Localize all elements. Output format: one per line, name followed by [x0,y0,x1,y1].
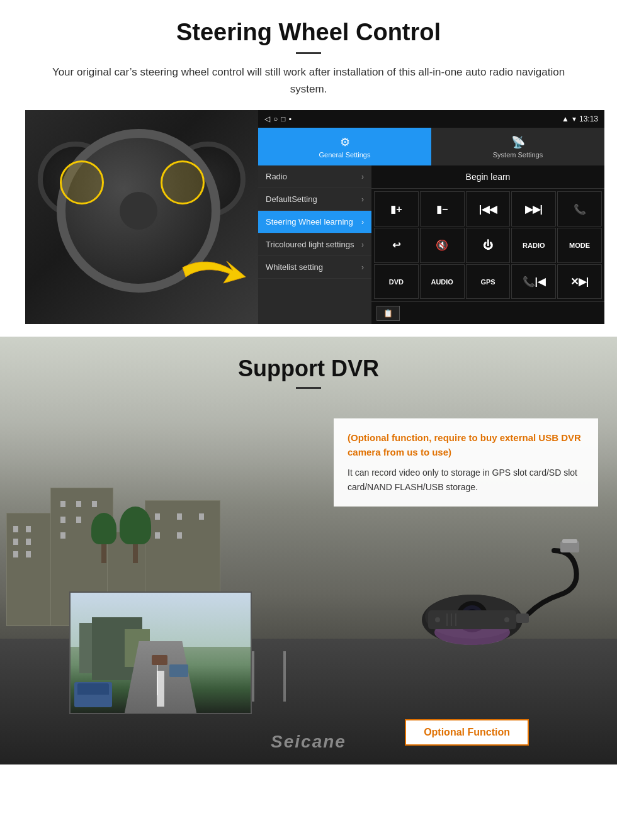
tab-general-settings[interactable]: ⚙ General Settings [258,128,431,165]
ctrl-btn-hangup[interactable]: ↩ [374,228,419,263]
dvr-camera-area [334,532,598,658]
android-content: Radio › DefaultSetting › Steering Wheel … [258,165,604,324]
optional-function-button[interactable]: Optional Function [405,719,529,746]
section1-subtitle: Your original car’s steering wheel contr… [50,64,567,98]
menu-item-whitelist[interactable]: Whitelist setting › [258,256,371,279]
window [92,501,97,507]
window [177,532,182,539]
tab-system-label: System Settings [493,151,543,159]
screenshot-container: ◁ ○ □ ▪ ▲ ▾ 13:13 ⚙ General Settings 📡 S… [25,110,604,324]
section1-container: Steering Wheel Control Your original car… [0,0,617,337]
settings-icon: ⚙ [340,135,350,149]
window [60,517,65,523]
chevron-icon-radio: › [361,172,364,181]
window [155,513,160,520]
section2-title: Support DVR [0,356,617,382]
svg-point-11 [504,617,509,622]
android-ui-panel: ◁ ○ □ ▪ ▲ ▾ 13:13 ⚙ General Settings 📡 S… [258,110,604,324]
ctrl-btn-vol-down[interactable]: ▮− [420,191,465,227]
window [13,551,18,557]
page-title: Steering Wheel Control [25,19,592,46]
road-line-2 [157,665,158,677]
dvr-small-screenshot [69,591,252,714]
ctrl-btn-mute-next[interactable]: ✕▶| [557,264,602,300]
menu-tricoloured-label: Tricoloured light settings [266,240,354,249]
window [155,532,160,539]
seicane-brand: Seicane [271,732,346,752]
svg-rect-8 [428,610,516,629]
tab-general-label: General Settings [319,151,371,159]
android-tabs: ⚙ General Settings 📡 System Settings [258,128,604,165]
dvr-info-card: (Optional function, require to buy exter… [334,418,598,507]
highlight-circle-left [60,160,104,204]
ctrl-btn-vol-up[interactable]: ▮+ [374,191,419,227]
ctrl-btn-phone[interactable]: 📞 [557,191,602,227]
dvr-car2 [152,655,167,665]
ctrl-btn-next-track[interactable]: ▶▶| [511,191,556,227]
window [60,501,65,507]
road-marking [283,651,286,702]
window [13,526,18,532]
dvr-car1 [169,664,188,677]
dvr-screenshot-inner [71,593,251,713]
begin-learn-bar[interactable]: Begin learn [371,165,604,189]
menu-radio-label: Radio [266,172,287,181]
svg-rect-1 [562,539,577,543]
android-menu: Radio › DefaultSetting › Steering Wheel … [258,165,371,324]
ctrl-btn-mute[interactable]: 🔇 [420,228,465,263]
begin-learn-label: Begin learn [466,172,511,182]
window [76,501,81,507]
window [60,532,65,539]
menu-btn[interactable]: ▪ [289,115,292,123]
chevron-icon-tricoloured: › [361,240,364,249]
whitelist-btn[interactable]: 📋 [376,306,400,321]
svg-rect-9 [516,613,529,623]
system-icon: 📡 [511,135,525,149]
wifi-icon: ▾ [572,115,576,123]
ctrl-btn-mode[interactable]: MODE [557,228,602,263]
chevron-icon-default: › [361,195,364,204]
svg-point-10 [435,617,440,622]
road-line-1 [157,677,158,695]
menu-whitelist-label: Whitelist setting [266,262,323,272]
window [199,513,204,520]
steering-wheel-image [25,110,258,324]
window [13,539,18,545]
ctrl-btn-power[interactable]: ⏻ [466,228,511,263]
car-roof [77,683,109,695]
tree-trunk [101,544,106,563]
ctrl-btn-dvd[interactable]: DVD [374,264,419,300]
yellow-arrow [176,249,252,299]
dvr-camera-svg [346,532,586,658]
ctrl-btn-phone-prev[interactable]: 📞|◀ [511,264,556,300]
tree-top [91,513,116,544]
tab-system-settings[interactable]: 📡 System Settings [431,128,604,165]
ctrl-btn-audio[interactable]: AUDIO [420,264,465,300]
window [26,539,31,545]
menu-item-radio[interactable]: Radio › [258,165,371,188]
highlight-circle-right [161,160,205,204]
back-btn[interactable]: ◁ [264,115,270,123]
tree-1 [91,513,116,563]
menu-steering-label: Steering Wheel learning [266,217,353,227]
whitelist-icon: 📋 [383,309,393,318]
dvr-car-large [74,682,112,707]
menu-item-steering[interactable]: Steering Wheel learning › [258,211,371,233]
window [76,517,81,523]
signal-icon: ▲ [562,115,569,123]
section2-header: Support DVR [0,337,617,389]
window [26,551,31,557]
menu-item-tricoloured[interactable]: Tricoloured light settings › [258,233,371,256]
tree-top [120,507,151,544]
recents-btn[interactable]: □ [281,115,285,123]
section2-container: Support DVR (Optional function, require … [0,337,617,764]
building-1 [6,513,57,626]
chevron-icon-whitelist: › [361,263,364,272]
status-time: 13:13 [579,115,598,123]
menu-item-defaultsetting[interactable]: DefaultSetting › [258,188,371,211]
ctrl-btn-prev-track[interactable]: |◀◀ [466,191,511,227]
ctrl-btn-gps[interactable]: GPS [466,264,511,300]
home-btn[interactable]: ○ [273,115,278,123]
android-statusbar: ◁ ○ □ ▪ ▲ ▾ 13:13 [258,110,604,128]
ctrl-btn-radio[interactable]: RADIO [511,228,556,263]
